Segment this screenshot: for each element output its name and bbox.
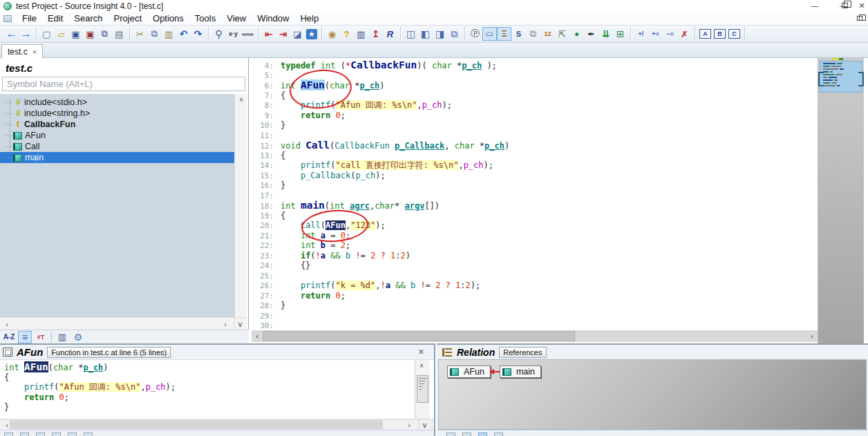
code-token[interactable]: ( (54, 382, 59, 392)
code-token[interactable] (451, 281, 455, 290)
code-token[interactable]: { (281, 151, 285, 160)
code-token[interactable]: CallbackFun (350, 59, 417, 70)
code-token[interactable]: 0 (59, 392, 64, 402)
code-line[interactable]: 30: (252, 321, 818, 330)
code-line[interactable]: 27: return 0; (252, 291, 818, 301)
code-token[interactable]: ) (406, 251, 411, 260)
code-token[interactable] (281, 291, 301, 301)
code-token[interactable]: * (395, 201, 404, 211)
copy-icon[interactable]: ⧉ (147, 27, 162, 41)
code-token[interactable]: printf (301, 160, 330, 170)
file-compare-icon[interactable]: 12 (540, 27, 555, 41)
overview-strip[interactable] (818, 58, 864, 343)
code-token[interactable] (281, 231, 301, 240)
select-rect-icon[interactable]: ▭ (482, 27, 497, 41)
code-token[interactable]: Call (305, 140, 330, 151)
symbol-window-icon[interactable]: S (511, 27, 526, 41)
line-number[interactable]: 7: (252, 91, 281, 102)
code-token[interactable]: "Afun 回调: %s\n" (336, 100, 417, 110)
context-vscroll-thumb[interactable] (417, 375, 428, 403)
code-line[interactable]: 13:{ (252, 151, 818, 161)
code-token[interactable] (330, 111, 335, 120)
code-token[interactable]: && (395, 281, 405, 290)
new-file-icon[interactable]: ▢ (39, 27, 54, 41)
code-token[interactable]: char (432, 61, 452, 70)
context-hscroll-thumb[interactable] (10, 420, 383, 429)
code-token[interactable] (375, 251, 380, 260)
style-b-icon[interactable]: B (714, 29, 726, 39)
code-token[interactable]: "call 直接打印出字符: %s\n" (336, 160, 459, 170)
code-token[interactable]: { (281, 91, 285, 100)
redo-icon[interactable]: ↷ (191, 27, 205, 41)
code-token[interactable]: ); (471, 281, 480, 290)
code-token[interactable]: p_ch (464, 160, 484, 170)
code-token[interactable]: ( (48, 363, 53, 372)
scroll-left-icon[interactable]: ‹ (252, 330, 263, 342)
symbol-item-call[interactable]: Call (0, 141, 234, 152)
code-line[interactable]: 26: printf("k = %d",!a && b != 2 ? 1:2); (252, 281, 818, 291)
list-view-icon[interactable]: ≡ (18, 331, 32, 343)
code-token[interactable]: 2 (341, 240, 346, 250)
code-token[interactable]: AFun (24, 361, 48, 372)
clipped-toolbar-icon[interactable] (84, 433, 93, 436)
scroll-right-icon[interactable]: › (806, 330, 818, 342)
code-token[interactable]: agrc (350, 201, 370, 211)
search-replace-icon[interactable]: x·y (226, 27, 240, 41)
code-token[interactable]: char (53, 363, 73, 372)
code-line[interactable]: int AFun(char *p_ch) (4, 362, 415, 372)
code-token[interactable] (281, 251, 301, 260)
code-token[interactable]: * (73, 363, 83, 372)
line-number[interactable]: 24: (252, 261, 281, 272)
code-line[interactable]: 15: p_Callback(p_ch); (252, 171, 818, 181)
code-token[interactable]: return (301, 111, 330, 120)
code-token[interactable]: ( (330, 160, 335, 170)
code-token[interactable]: ); (482, 61, 497, 70)
sort-alpha-icon[interactable]: A-Z (2, 331, 16, 343)
code-line[interactable]: printf("Afun 回调: %s\n",p_ch); (4, 382, 415, 392)
scroll-right-icon[interactable]: › (404, 419, 415, 430)
scroll-left-icon[interactable]: ‹ (1, 318, 12, 330)
code-token[interactable]: p_ch (355, 171, 375, 180)
code-line[interactable]: 23: if(!a && b != 2 ? 1:2) (252, 251, 818, 261)
code-token[interactable] (406, 281, 411, 290)
line-number[interactable]: 5: (252, 71, 281, 82)
menu-item-file[interactable]: File (17, 12, 42, 25)
code-token[interactable]: return (24, 392, 54, 402)
code-token[interactable]: } (4, 402, 9, 412)
code-token[interactable]: ; (341, 111, 346, 120)
code-token[interactable]: argv (405, 201, 425, 211)
mdi-minimize-button[interactable]: — (838, 1, 849, 11)
code-line[interactable]: 18:int main(int agrc,char* argv[]) (252, 200, 818, 211)
context-code[interactable]: int AFun(char *p_ch){ printf("Afun 回调: %… (0, 360, 415, 419)
code-token[interactable] (54, 392, 59, 402)
window-close-button[interactable]: ✕ (856, 1, 868, 11)
code-line[interactable]: 24: {} (252, 260, 818, 271)
symbol-item-callbackfun[interactable]: tCallbackFun (0, 119, 234, 130)
cut-icon[interactable]: ✂ (133, 27, 147, 41)
code-token[interactable]: } (281, 301, 285, 310)
relation-node-afun[interactable]: AFun (447, 366, 491, 378)
code-token[interactable]: ! (316, 251, 321, 260)
menu-item-view[interactable]: View (221, 12, 252, 25)
scroll-down-icon[interactable]: ∨ (234, 318, 245, 330)
code-token[interactable] (386, 251, 390, 260)
reference-book-icon[interactable]: ▥ (354, 27, 368, 41)
relation-node-main[interactable]: main (500, 366, 541, 378)
save-all-icon[interactable]: ⧉ (97, 27, 112, 41)
sync-arrows-icon[interactable]: ⇊ (598, 27, 613, 41)
line-number[interactable]: 26: (252, 281, 281, 292)
favorites-star-icon[interactable]: ★ (306, 29, 317, 39)
code-token[interactable] (296, 201, 301, 211)
code-token[interactable]: && (330, 251, 340, 260)
clipped-toolbar-icon[interactable] (68, 433, 77, 436)
expand-list-icon[interactable]: +≡ (648, 27, 663, 41)
code-token[interactable]: p_ch (462, 61, 482, 70)
symbol-item-include-stdio-h-[interactable]: #include<stdio.h> (0, 97, 234, 108)
code-token[interactable]: 0 (336, 111, 341, 120)
code-token[interactable]: ( (310, 251, 315, 260)
code-token[interactable]: p_ch (422, 100, 442, 110)
code-line[interactable]: 9: return 0; (252, 111, 818, 121)
context-close-icon[interactable]: ✕ (418, 348, 424, 357)
code-token[interactable]: printf (24, 382, 54, 392)
menu-item-search[interactable]: Search (68, 12, 108, 25)
